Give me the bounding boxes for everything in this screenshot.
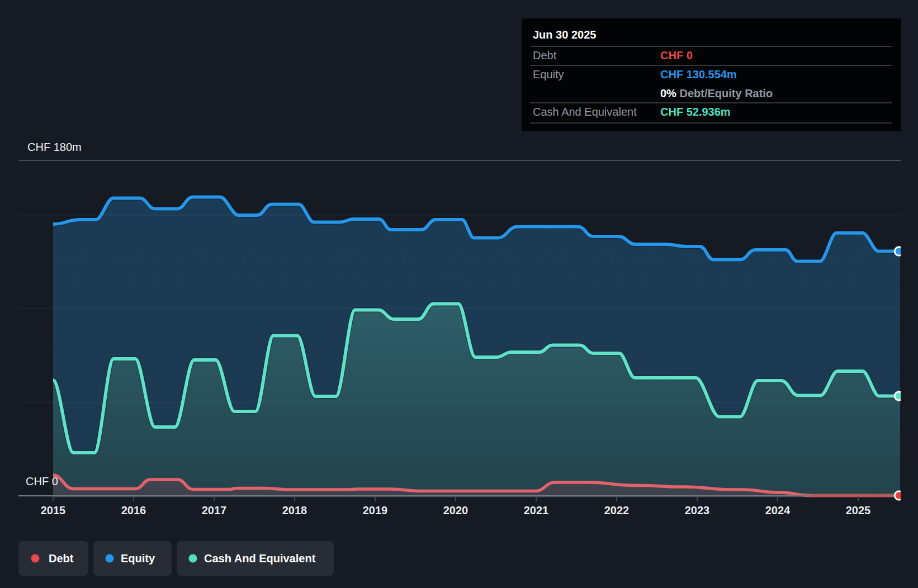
svg-text:Equity: Equity	[121, 552, 155, 565]
svg-text:2016: 2016	[121, 504, 146, 516]
svg-text:2019: 2019	[363, 504, 388, 516]
svg-text:Equity: Equity	[533, 68, 564, 80]
svg-text:Debt: Debt	[533, 49, 557, 61]
svg-text:CHF 0: CHF 0	[26, 475, 58, 487]
svg-text:0% Debt/Equity Ratio: 0% Debt/Equity Ratio	[660, 87, 773, 99]
svg-text:2021: 2021	[524, 504, 549, 516]
svg-text:2022: 2022	[604, 504, 630, 516]
svg-text:2017: 2017	[202, 504, 227, 516]
svg-text:CHF 0: CHF 0	[660, 49, 693, 61]
svg-text:Cash And Equivalent: Cash And Equivalent	[533, 106, 637, 118]
svg-text:2018: 2018	[282, 504, 307, 516]
svg-text:2023: 2023	[685, 504, 710, 516]
svg-text:Cash And Equivalent: Cash And Equivalent	[204, 552, 316, 565]
svg-text:2015: 2015	[41, 504, 66, 516]
svg-text:Jun 30 2025: Jun 30 2025	[533, 29, 596, 41]
svg-text:CHF 130.554m: CHF 130.554m	[660, 68, 737, 80]
svg-text:CHF 52.936m: CHF 52.936m	[660, 106, 731, 118]
svg-text:2020: 2020	[443, 504, 469, 516]
svg-text:Debt: Debt	[49, 552, 74, 565]
svg-text:CHF 180m: CHF 180m	[27, 141, 82, 153]
svg-text:2025: 2025	[846, 504, 871, 516]
svg-text:2024: 2024	[765, 504, 791, 516]
